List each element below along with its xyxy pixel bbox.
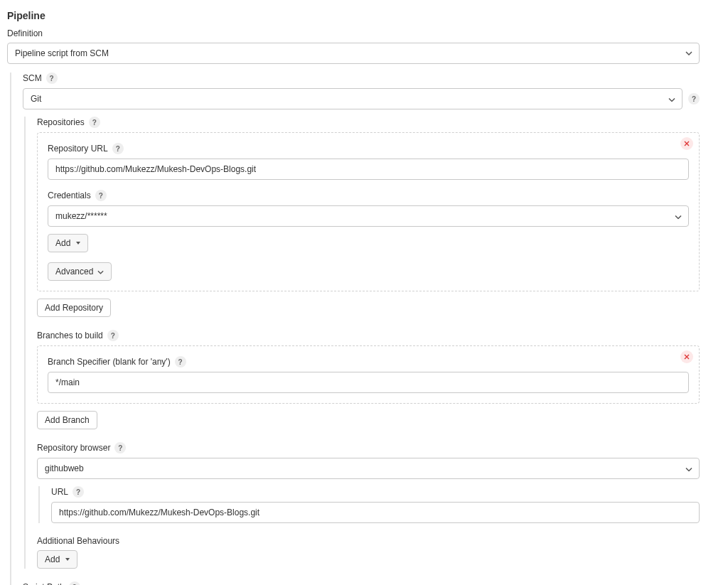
help-icon[interactable]: ? [175, 356, 186, 367]
additional-behaviours-label: Additional Behaviours [37, 536, 700, 546]
add-behaviour-button[interactable]: Add [37, 550, 77, 569]
repo-url-input[interactable] [48, 159, 689, 180]
help-icon[interactable]: ? [107, 330, 119, 341]
repositories-label: Repositories ? [37, 117, 700, 128]
help-icon[interactable]: ? [688, 93, 700, 104]
help-icon[interactable]: ? [69, 581, 80, 585]
branch-panel: Branch Specifier (blank for 'any') ? [37, 345, 700, 404]
remove-repository-button[interactable] [680, 137, 693, 150]
credentials-select[interactable]: mukezz/****** [48, 205, 689, 227]
help-icon[interactable]: ? [112, 143, 124, 154]
remove-branch-button[interactable] [680, 350, 693, 363]
definition-select[interactable]: Pipeline script from SCM [7, 43, 700, 64]
add-branch-button[interactable]: Add Branch [37, 411, 97, 429]
repo-browser-select[interactable]: githubweb [37, 458, 700, 479]
scm-label: SCM ? [23, 73, 700, 84]
add-credentials-button[interactable]: Add [48, 234, 88, 252]
branch-specifier-input[interactable] [48, 372, 689, 393]
add-repository-button[interactable]: Add Repository [37, 299, 111, 317]
caret-down-icon [65, 558, 70, 561]
help-icon[interactable]: ? [95, 190, 107, 201]
page-title: Pipeline [7, 10, 700, 21]
branches-label: Branches to build ? [37, 330, 700, 341]
script-path-label: Script Path ? [23, 581, 700, 585]
chevron-down-icon [97, 267, 104, 277]
help-icon[interactable]: ? [46, 73, 58, 84]
advanced-button[interactable]: Advanced [48, 262, 112, 281]
branch-specifier-label: Branch Specifier (blank for 'any') ? [48, 356, 689, 367]
repository-panel: Repository URL ? Credentials ? mukezz/**… [37, 132, 700, 291]
help-icon[interactable]: ? [73, 486, 84, 498]
help-icon[interactable]: ? [89, 117, 100, 128]
browser-url-label: URL ? [51, 486, 700, 498]
browser-url-input[interactable] [51, 502, 700, 523]
definition-label: Definition [7, 28, 700, 38]
repo-browser-label: Repository browser ? [37, 442, 700, 453]
repo-url-label: Repository URL ? [48, 143, 689, 154]
help-icon[interactable]: ? [114, 442, 126, 453]
credentials-label: Credentials ? [48, 190, 689, 201]
caret-down-icon [76, 242, 80, 245]
scm-select[interactable]: Git [23, 88, 682, 109]
